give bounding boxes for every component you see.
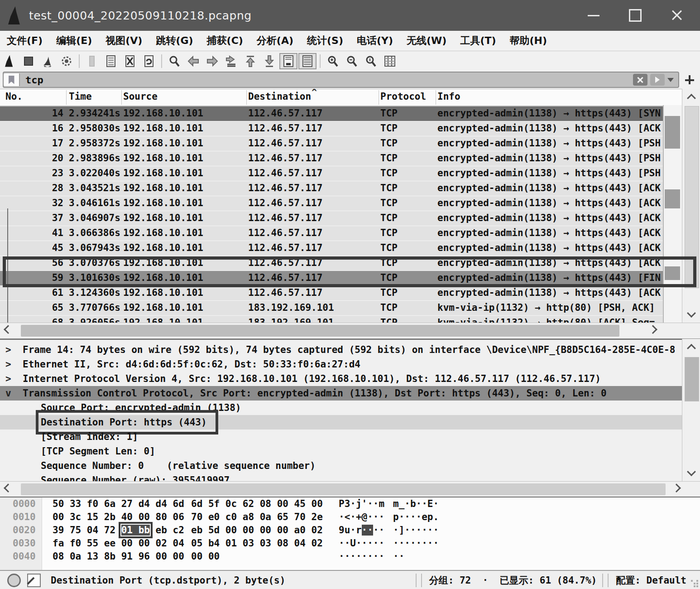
vscroll-thumb[interactable] bbox=[685, 357, 699, 401]
menu-item-7[interactable]: 统计(S) bbox=[300, 34, 350, 48]
column-header-time[interactable]: Time bbox=[69, 91, 92, 102]
detail-row-6[interactable]: Destination Port: https (443) bbox=[0, 415, 682, 430]
detail-row-9[interactable]: Sequence Number: 0 (relative sequence nu… bbox=[0, 459, 682, 473]
display-filter-input[interactable]: tcp bbox=[3, 72, 679, 88]
hex-dump-pane[interactable]: 0000 50 33 f0 6a 27 d4 d4 6d 6d 5f 0c 62… bbox=[0, 497, 700, 571]
detail-row-1[interactable]: >Frame 14: 74 bytes on wire (592 bits), … bbox=[0, 343, 682, 357]
menu-item-3[interactable]: 视图(V) bbox=[99, 34, 149, 48]
scroll-right-button[interactable] bbox=[645, 323, 661, 338]
scroll-up-button[interactable] bbox=[682, 89, 700, 105]
menu-item-10[interactable]: 工具(T) bbox=[453, 34, 503, 48]
filter-bookmark-button[interactable] bbox=[4, 73, 20, 86]
expand-icon[interactable]: > bbox=[0, 372, 21, 386]
details-hscrollbar[interactable] bbox=[0, 481, 700, 498]
resize-columns-button[interactable] bbox=[381, 53, 399, 69]
column-header-info[interactable]: Info bbox=[437, 91, 460, 102]
go-back-button[interactable] bbox=[184, 53, 202, 69]
packet-row-41[interactable]: 413.066386s192.168.10.101112.46.57.117TC… bbox=[0, 226, 682, 241]
clear-filter-button[interactable] bbox=[633, 74, 647, 86]
menu-item-11[interactable]: 帮助(H) bbox=[503, 34, 554, 48]
menu-item-6[interactable]: 分析(A) bbox=[250, 34, 300, 48]
hscroll-thumb[interactable] bbox=[21, 325, 619, 337]
zoom-out-button[interactable] bbox=[343, 53, 361, 69]
menu-item-9[interactable]: 无线(W) bbox=[400, 34, 453, 48]
zoom-in-button[interactable] bbox=[324, 53, 342, 69]
profile-indicator[interactable]: 配置: Default bbox=[616, 574, 686, 587]
hex-row[interactable]: 0020 39 75 04 72 01 bb eb c2 eb 5d 00 00… bbox=[0, 524, 700, 537]
go-to-packet-button[interactable] bbox=[222, 53, 240, 69]
detail-row-7[interactable]: [Stream index: 1] bbox=[0, 430, 682, 444]
packet-row-28[interactable]: 283.043521s192.168.10.101112.46.57.117TC… bbox=[0, 181, 682, 196]
capture-comment-icon[interactable] bbox=[27, 574, 41, 587]
packet-row-68[interactable]: 683.926056s192.168.10.101183.192.169.101… bbox=[0, 316, 682, 323]
vscroll-thumb[interactable] bbox=[685, 106, 699, 288]
expand-icon[interactable]: > bbox=[0, 343, 21, 357]
zoom-original-button[interactable] bbox=[362, 53, 380, 69]
packet-row-14[interactable]: 142.934241s192.168.10.101112.46.57.117TC… bbox=[0, 106, 682, 121]
column-header-no[interactable]: No. bbox=[5, 91, 23, 102]
stop-capture-button[interactable] bbox=[19, 53, 38, 69]
packet-row-37[interactable]: 373.046907s192.168.10.101112.46.57.117TC… bbox=[0, 211, 682, 226]
selected-hex-bytes[interactable]: 01 bb bbox=[121, 525, 150, 536]
menu-item-4[interactable]: 跳转(G) bbox=[149, 34, 200, 48]
packet-row-20[interactable]: 202.983896s192.168.10.101112.46.57.117TC… bbox=[0, 151, 682, 166]
minimize-button[interactable] bbox=[574, 0, 613, 31]
open-file-button[interactable] bbox=[102, 53, 120, 69]
packet-row-23[interactable]: 233.022040s192.168.10.101112.46.57.117TC… bbox=[0, 166, 682, 181]
menu-item-8[interactable]: 电话(Y) bbox=[350, 34, 400, 48]
start-capture-button[interactable] bbox=[0, 53, 19, 69]
packet-row-17[interactable]: 172.958372s192.168.10.101112.46.57.117TC… bbox=[0, 136, 682, 151]
go-first-packet-button[interactable] bbox=[241, 53, 259, 69]
apply-filter-button[interactable] bbox=[650, 74, 665, 86]
filter-dropdown-button[interactable] bbox=[667, 78, 674, 82]
restart-capture-button[interactable] bbox=[38, 53, 57, 69]
column-header-source[interactable]: Source bbox=[123, 91, 158, 102]
menu-item-1[interactable]: 文件(F) bbox=[0, 34, 49, 48]
scroll-up-button[interactable] bbox=[682, 339, 700, 355]
scroll-down-button[interactable] bbox=[682, 306, 700, 323]
packet-row-65[interactable]: 653.770766s192.168.10.101183.192.169.101… bbox=[0, 301, 682, 316]
capture-options-button[interactable] bbox=[58, 53, 76, 69]
hex-row[interactable]: 0000 50 33 f0 6a 27 d4 d4 6d 6d 5f 0c 62… bbox=[0, 497, 700, 511]
save-file-button[interactable] bbox=[83, 53, 101, 69]
packet-row-32[interactable]: 323.046161s192.168.10.101112.46.57.117TC… bbox=[0, 196, 682, 211]
collapse-icon[interactable]: v bbox=[0, 386, 21, 401]
resize-grip[interactable] bbox=[691, 580, 698, 587]
menu-item-5[interactable]: 捕获(C) bbox=[200, 34, 250, 48]
colorize-packets-button[interactable] bbox=[298, 53, 316, 69]
find-packet-button[interactable] bbox=[165, 53, 183, 69]
packet-row-59[interactable]: 593.101630s192.168.10.101112.46.57.117TC… bbox=[0, 271, 682, 286]
hex-row[interactable]: 0010 00 3c 15 2b 40 00 80 06 70 e0 c0 a8… bbox=[0, 511, 700, 524]
scroll-down-button[interactable] bbox=[682, 465, 700, 481]
close-file-button[interactable] bbox=[121, 53, 139, 69]
details-vscrollbar[interactable] bbox=[682, 339, 700, 481]
detail-row-2[interactable]: >Ethernet II, Src: d4:6d:6d:5f:0c:62, Ds… bbox=[0, 357, 682, 372]
expand-icon[interactable]: > bbox=[0, 357, 21, 372]
packet-minimap-scrollbar[interactable] bbox=[663, 105, 682, 323]
packet-list-vscrollbar[interactable] bbox=[682, 89, 700, 323]
close-button[interactable] bbox=[657, 0, 696, 31]
hscroll-thumb[interactable] bbox=[21, 483, 666, 495]
go-last-packet-button[interactable] bbox=[260, 53, 278, 69]
detail-row-3[interactable]: >Internet Protocol Version 4, Src: 192.1… bbox=[0, 372, 682, 386]
detail-row-5[interactable]: Source Port: encrypted-admin (1138) bbox=[0, 401, 682, 415]
auto-scroll-button[interactable] bbox=[279, 53, 297, 69]
reload-file-button[interactable] bbox=[140, 53, 158, 69]
hex-row[interactable]: 0040 08 0a 13 8b 91 96 00 00 00 00 ·····… bbox=[0, 550, 700, 563]
maximize-button[interactable] bbox=[616, 0, 655, 31]
add-filter-button[interactable] bbox=[682, 72, 697, 87]
packet-row-56[interactable]: 563.070376s192.168.10.101112.46.57.117TC… bbox=[0, 256, 682, 271]
column-header-destination[interactable]: Destination bbox=[248, 91, 311, 102]
packet-row-61[interactable]: 613.124360s192.168.10.101112.46.57.117TC… bbox=[0, 286, 682, 301]
column-header-protocol[interactable]: Protocol bbox=[380, 91, 426, 102]
menu-item-2[interactable]: 编辑(E) bbox=[49, 34, 99, 48]
packet-row-45[interactable]: 453.067943s192.168.10.101112.46.57.117TC… bbox=[0, 241, 682, 256]
scroll-left-button[interactable] bbox=[0, 482, 16, 497]
expert-info-icon[interactable] bbox=[7, 574, 21, 587]
detail-row-8[interactable]: [TCP Segment Len: 0] bbox=[0, 444, 682, 459]
scroll-right-button[interactable] bbox=[668, 482, 685, 497]
scroll-left-button[interactable] bbox=[0, 323, 16, 338]
go-forward-button[interactable] bbox=[203, 53, 221, 69]
detail-row-10[interactable]: Sequence Number (raw): 3955419997 bbox=[0, 473, 682, 482]
packet-list-hscrollbar[interactable] bbox=[0, 323, 700, 339]
